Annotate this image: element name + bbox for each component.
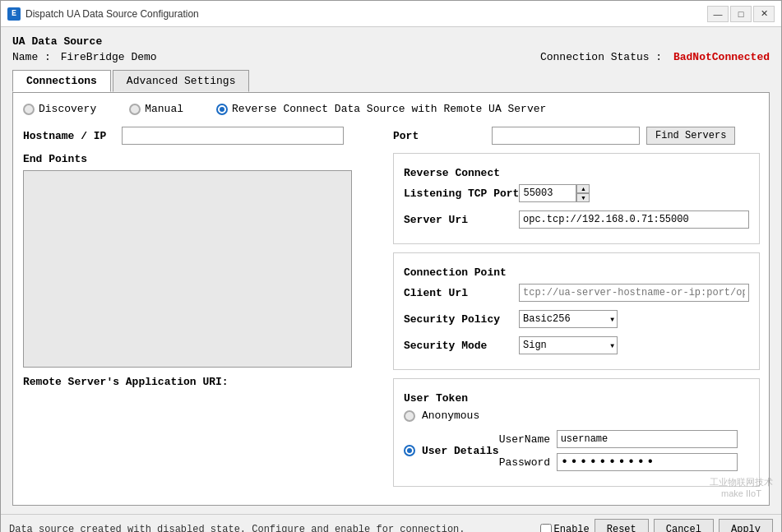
reverse-connect-title: Reverse Connect	[404, 167, 749, 179]
connection-status-label: Connection Status :	[540, 51, 662, 63]
password-label: Password	[499, 456, 557, 469]
security-mode-row: Security Mode Sign None SignAndEncrypt	[404, 336, 749, 354]
radio-manual[interactable]: Manual	[129, 103, 183, 115]
hostname-input[interactable]	[122, 127, 344, 145]
listening-tcp-port-row: Listening TCP Port ▲ ▼	[404, 184, 749, 202]
bottom-buttons: Enable Reset Cancel Apply	[540, 519, 773, 533]
window-title: Dispatch UA Data Source Configuration	[25, 8, 707, 20]
server-uri-row: Server Uri	[404, 210, 749, 229]
client-url-row: Client Url	[404, 284, 749, 302]
radio-reverse[interactable]: Reverse Connect Data Source with Remote …	[216, 103, 546, 115]
title-controls: — □ ✕	[707, 6, 775, 22]
connection-status-row: Connection Status : BadNotConnected	[540, 51, 770, 63]
two-col-layout: Hostname / IP End Points Remote Server's…	[23, 127, 759, 495]
password-input[interactable]	[557, 453, 738, 471]
enable-label[interactable]: Enable	[554, 524, 590, 533]
anonymous-label: Anonymous	[422, 409, 479, 422]
server-uri-label: Server Uri	[404, 214, 519, 226]
credentials-block: UserName Password	[499, 430, 738, 471]
header-row: Name : FireBridge Demo Connection Status…	[12, 51, 770, 63]
hostname-label: Hostname / IP	[23, 130, 122, 142]
radio-group: Discovery Manual Reverse Connect Data So…	[23, 103, 759, 115]
client-url-label: Client Url	[404, 287, 519, 299]
user-details-row: User Details UserName Password	[404, 430, 749, 471]
hostname-row: Hostname / IP	[23, 127, 377, 145]
user-token-title: User Token	[404, 392, 749, 405]
app-icon: E	[7, 7, 21, 21]
connection-status-value: BadNotConnected	[673, 51, 770, 63]
right-column: Port Find Servers Reverse Connect Listen…	[393, 127, 760, 495]
listening-tcp-port-spinner: ▲ ▼	[519, 184, 590, 202]
server-uri-input[interactable]	[519, 210, 749, 229]
username-row: UserName	[499, 430, 738, 448]
main-window: E Dispatch UA Data Source Configuration …	[0, 0, 782, 532]
security-mode-wrapper: Sign None SignAndEncrypt	[519, 336, 618, 354]
user-details-radio[interactable]	[404, 445, 415, 456]
spinner-buttons: ▲ ▼	[576, 184, 590, 202]
remote-uri-label: Remote Server's Application URI:	[23, 376, 377, 388]
find-servers-button[interactable]: Find Servers	[646, 127, 735, 145]
username-label: UserName	[499, 433, 557, 446]
tab-advanced-settings[interactable]: Advanced Settings	[113, 70, 250, 92]
left-column: Hostname / IP End Points Remote Server's…	[23, 127, 377, 495]
connection-point-title: Connection Point	[404, 266, 749, 279]
listening-tcp-port-label: Listening TCP Port	[404, 187, 519, 200]
radio-reverse-circle[interactable]	[216, 104, 228, 115]
section-title: UA Data Source	[12, 35, 770, 48]
client-url-input[interactable]	[519, 284, 749, 302]
close-button[interactable]: ✕	[753, 6, 775, 22]
apply-button[interactable]: Apply	[719, 519, 773, 533]
reset-button[interactable]: Reset	[595, 519, 649, 533]
radio-discovery-circle[interactable]	[23, 104, 35, 115]
endpoints-label: End Points	[23, 153, 377, 165]
name-field: Name : FireBridge Demo	[12, 51, 157, 63]
status-text: Data source created with disabled state.…	[9, 524, 465, 533]
name-label: Name : FireBridge Demo	[12, 51, 157, 63]
endpoints-box	[23, 170, 352, 368]
username-input[interactable]	[557, 430, 738, 448]
security-mode-label: Security Mode	[404, 340, 519, 352]
anonymous-radio[interactable]	[404, 410, 415, 422]
spinner-down-button[interactable]: ▼	[576, 193, 590, 202]
security-policy-select[interactable]: Basic256 None Basic128Rsa15 Basic256Sha2…	[519, 310, 618, 328]
radio-discovery[interactable]: Discovery	[23, 103, 96, 115]
radio-reverse-label: Reverse Connect Data Source with Remote …	[232, 103, 546, 115]
user-details-label: User Details	[422, 445, 499, 457]
main-content: UA Data Source Name : FireBridge Demo Co…	[1, 27, 781, 514]
connection-point-section: Connection Point Client Url Security Pol…	[393, 252, 760, 370]
listening-tcp-port-input[interactable]	[519, 184, 576, 202]
security-mode-select[interactable]: Sign None SignAndEncrypt	[519, 336, 618, 354]
tab-connections[interactable]: Connections	[12, 70, 111, 92]
port-input[interactable]	[492, 127, 640, 145]
minimize-button[interactable]: —	[707, 6, 729, 22]
security-policy-row: Security Policy Basic256 None Basic128Rs…	[404, 310, 749, 328]
radio-manual-circle[interactable]	[129, 104, 141, 115]
security-policy-wrapper: Basic256 None Basic128Rsa15 Basic256Sha2…	[519, 310, 618, 328]
radio-manual-label: Manual	[145, 103, 183, 115]
anonymous-row: Anonymous	[404, 409, 749, 422]
title-bar: E Dispatch UA Data Source Configuration …	[1, 1, 781, 27]
connections-panel: Discovery Manual Reverse Connect Data So…	[12, 92, 770, 506]
tab-bar: Connections Advanced Settings	[12, 70, 770, 92]
radio-discovery-label: Discovery	[39, 103, 96, 115]
password-row: Password	[499, 453, 738, 471]
enable-checkbox-wrapper[interactable]: Enable	[540, 524, 590, 533]
reverse-connect-section: Reverse Connect Listening TCP Port ▲ ▼	[393, 153, 760, 244]
watermark: 工业物联网技术make IIoT	[710, 476, 773, 498]
spinner-up-button[interactable]: ▲	[576, 184, 590, 193]
port-row: Port Find Servers	[393, 127, 760, 145]
user-token-section: User Token Anonymous User Details UserNa…	[393, 378, 760, 487]
maximize-button[interactable]: □	[730, 6, 752, 22]
status-bar: Data source created with disabled state.…	[1, 514, 781, 532]
enable-checkbox[interactable]	[540, 524, 552, 533]
security-policy-label: Security Policy	[404, 313, 519, 326]
port-label: Port	[393, 130, 492, 142]
cancel-button[interactable]: Cancel	[654, 519, 714, 533]
